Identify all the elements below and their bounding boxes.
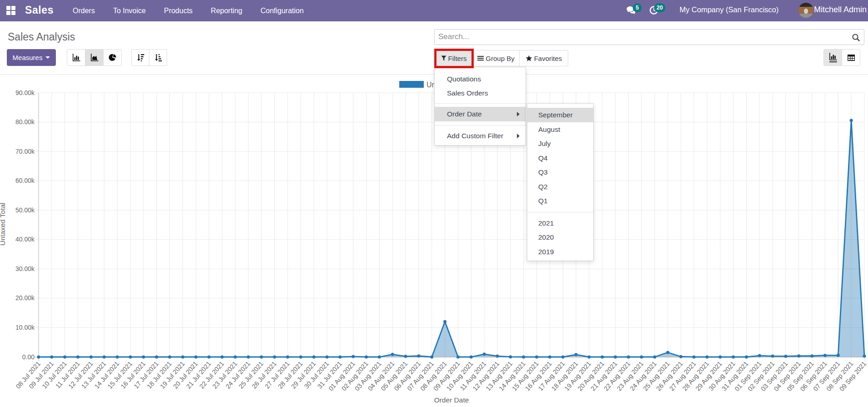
- svg-text:60.00k: 60.00k: [15, 177, 35, 184]
- svg-text:20.00k: 20.00k: [15, 294, 35, 301]
- svg-text:50.00k: 50.00k: [15, 206, 35, 214]
- svg-text:Untaxed Total: Untaxed Total: [0, 203, 6, 246]
- svg-text:80.00k: 80.00k: [15, 118, 35, 126]
- svg-text:Order Date: Order Date: [434, 396, 469, 404]
- svg-text:90.00k: 90.00k: [15, 89, 35, 96]
- svg-text:10.00k: 10.00k: [15, 324, 35, 331]
- svg-text:70.00k: 70.00k: [15, 148, 35, 155]
- svg-text:0.00: 0.00: [22, 353, 35, 361]
- svg-text:30.00k: 30.00k: [15, 265, 35, 272]
- svg-text:40.00k: 40.00k: [15, 236, 35, 243]
